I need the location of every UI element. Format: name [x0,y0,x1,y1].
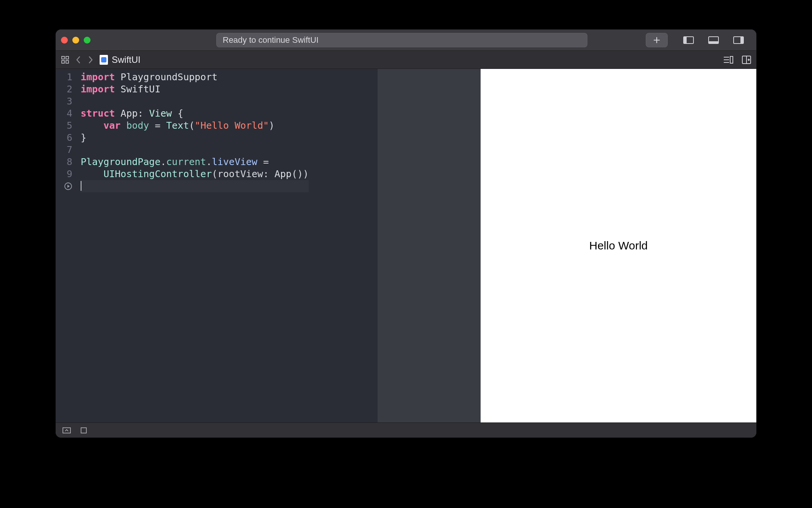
minimize-window-button[interactable] [72,37,79,44]
cursor-line[interactable] [81,180,309,192]
add-pane-icon [742,56,751,64]
code-line[interactable] [81,144,309,156]
editor-layout-assistant[interactable] [701,33,726,47]
svg-rect-8 [62,61,64,63]
lines-icon [723,56,734,64]
editor-options-button[interactable] [723,56,734,64]
line-number: 4 [56,108,72,120]
panel-left-icon [683,36,694,44]
nav-back-button[interactable] [75,56,81,64]
svg-rect-19 [63,428,70,433]
panel-bottom-icon [708,36,719,44]
code-area[interactable]: import PlaygroundSupportimport SwiftUIst… [77,69,309,422]
code-line[interactable]: import PlaygroundSupport [81,71,309,83]
grid-icon [61,56,69,64]
related-items-button[interactable] [61,56,69,64]
titlebar: Ready to continue SwiftUI [56,30,756,51]
xcode-window: Ready to continue SwiftUI [56,30,756,438]
text-cursor [81,181,81,191]
line-number: 7 [56,144,72,156]
window-controls [61,37,91,44]
activity-status-field[interactable]: Ready to continue SwiftUI [216,33,587,47]
add-editor-button[interactable] [742,56,751,64]
line-number: 9 [56,168,72,180]
debug-bar [56,422,756,438]
chevron-left-icon [75,56,81,64]
svg-rect-20 [81,428,86,433]
code-line[interactable] [81,95,309,108]
activity-status-text: Ready to continue SwiftUI [223,35,319,45]
close-window-button[interactable] [61,37,68,44]
code-line[interactable]: PlaygroundPage.current.liveView = [81,156,309,168]
code-line[interactable]: var body = Text("Hello World") [81,120,309,132]
execute-line-button[interactable] [56,180,72,192]
editor-layout-canvas[interactable] [726,33,751,47]
plus-icon [653,36,661,44]
code-line[interactable]: } [81,132,309,144]
zoom-window-button[interactable] [84,37,91,44]
play-circle-icon [64,182,72,190]
line-number: 5 [56,120,72,132]
jump-bar: SwiftUI [56,51,756,69]
swift-file-icon [100,55,108,65]
line-number: 2 [56,83,72,95]
code-line[interactable]: struct App: View { [81,108,309,120]
square-icon [81,427,87,433]
jump-bar-file-label: SwiftUI [112,55,141,65]
panel-right-icon [733,36,744,44]
line-gutter: 123456789 [56,69,77,422]
editor-layout-segmented [676,33,751,47]
results-sidebar [378,69,481,422]
line-number: 6 [56,132,72,144]
svg-rect-3 [709,41,718,44]
nav-forward-button[interactable] [87,56,94,64]
preview-output-text: Hello World [589,239,648,252]
line-number: 8 [56,156,72,168]
chevron-right-icon [87,56,94,64]
code-line[interactable]: UIHostingController(rootView: App()) [81,168,309,180]
svg-rect-5 [740,37,743,44]
main-area: 123456789 import PlaygroundSupportimport… [56,69,756,422]
code-line[interactable]: import SwiftUI [81,83,309,95]
jump-bar-file[interactable]: SwiftUI [100,55,141,65]
svg-rect-13 [730,56,733,63]
svg-rect-7 [66,56,69,59]
toggle-console-button[interactable] [81,427,87,433]
editor-layout-standard[interactable] [676,33,701,47]
svg-rect-1 [684,37,687,44]
svg-rect-9 [66,61,69,63]
line-number: 1 [56,71,72,83]
line-number: 3 [56,95,72,108]
source-editor[interactable]: 123456789 import PlaygroundSupportimport… [56,69,378,422]
svg-rect-6 [62,56,64,59]
live-view-preview: Hello World [481,69,756,422]
toggle-debug-area-button[interactable] [62,427,71,433]
tray-up-icon [62,427,71,433]
library-add-button[interactable] [646,33,668,47]
